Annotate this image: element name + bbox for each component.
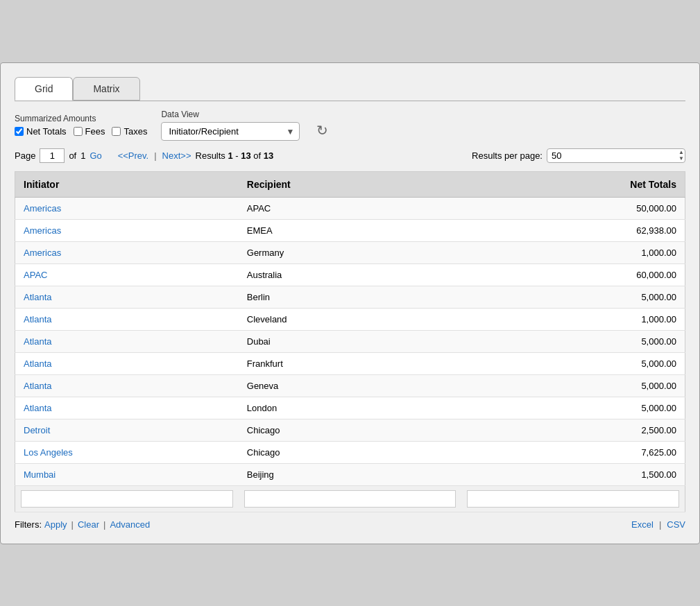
col-header-initiator: Initiator (15, 171, 239, 197)
go-link[interactable]: Go (89, 150, 101, 161)
cell-net-totals: 5,000.00 (461, 286, 685, 308)
tab-grid[interactable]: Grid (15, 77, 73, 101)
initiator-link[interactable]: Los Angeles (24, 447, 73, 458)
csv-link[interactable]: CSV (667, 519, 685, 530)
cell-recipient: Germany (239, 241, 461, 263)
table-row: APACAustralia60,000.00 (15, 263, 685, 286)
taxes-label: Taxes (123, 126, 147, 137)
initiator-link[interactable]: Mumbai (24, 469, 56, 480)
footer-export: Excel | CSV (631, 519, 685, 530)
cell-recipient: EMEA (239, 219, 461, 241)
clear-link[interactable]: Clear (78, 519, 99, 530)
data-view-label: Data View (161, 110, 300, 119)
initiator-link[interactable]: Americas (24, 225, 61, 236)
taxes-checkbox-item[interactable]: Taxes (112, 126, 147, 137)
net-totals-label: Net Totals (26, 126, 67, 137)
cell-initiator: Atlanta (15, 286, 239, 308)
initiator-link[interactable]: APAC (24, 270, 47, 280)
net-totals-checkbox-item[interactable]: Net Totals (15, 126, 67, 137)
initiator-link[interactable]: Atlanta (24, 292, 51, 302)
cell-net-totals: 5,000.00 (461, 330, 685, 352)
cell-initiator: Americas (15, 241, 239, 263)
filter-row (15, 485, 685, 512)
total-pages: 1 (80, 150, 85, 161)
table-row: AtlantaFrankfurt5,000.00 (15, 352, 685, 374)
cell-net-totals: 5,000.00 (461, 397, 685, 419)
advanced-link[interactable]: Advanced (110, 519, 150, 530)
filter-cell-net-totals (461, 485, 685, 512)
table-row: AmericasAPAC50,000.00 (15, 197, 685, 219)
filters-label: Filters: (15, 519, 42, 530)
cell-initiator: Atlanta (15, 330, 239, 352)
initiator-link[interactable]: Atlanta (24, 403, 51, 413)
initiator-link[interactable]: Atlanta (24, 336, 51, 347)
fees-checkbox[interactable] (74, 127, 83, 136)
initiator-link[interactable]: Atlanta (24, 314, 51, 324)
cell-net-totals: 2,500.00 (461, 419, 685, 441)
table-row: AtlantaGeneva5,000.00 (15, 374, 685, 397)
cell-net-totals: 1,500.00 (461, 463, 685, 485)
cell-net-totals: 62,938.00 (461, 219, 685, 241)
summarized-amounts-group: Summarized Amounts Net Totals Fees Taxes (15, 114, 147, 137)
initiator-link[interactable]: Americas (24, 203, 61, 214)
fees-checkbox-item[interactable]: Fees (74, 126, 105, 137)
filter-recipient-input[interactable] (244, 490, 456, 508)
cell-net-totals: 5,000.00 (461, 374, 685, 397)
cell-initiator: Mumbai (15, 463, 239, 485)
cell-recipient: Australia (239, 263, 461, 286)
table-header-row: Initiator Recipient Net Totals (15, 171, 685, 197)
table-body: AmericasAPAC50,000.00AmericasEMEA62,938.… (15, 197, 685, 485)
cell-initiator: Los Angeles (15, 441, 239, 463)
refresh-button[interactable]: ↻ (314, 119, 331, 141)
cell-net-totals: 60,000.00 (461, 263, 685, 286)
of-label: of (69, 150, 76, 161)
prev-link[interactable]: <<Prev. (118, 150, 149, 161)
cell-initiator: Americas (15, 219, 239, 241)
results-per-page-group: Results per page: 50 25 100 ▲ ▼ (472, 148, 685, 163)
data-view-select-wrapper: Initiator/Recipient Initiator Only Recip… (161, 122, 300, 141)
page-input[interactable] (40, 148, 65, 163)
pipe-1: | (71, 519, 74, 530)
apply-link[interactable]: Apply (44, 519, 67, 530)
cell-recipient: APAC (239, 197, 461, 219)
per-page-select-wrapper: 50 25 100 ▲ ▼ (547, 148, 685, 163)
cell-recipient: London (239, 397, 461, 419)
cell-recipient: Chicago (239, 441, 461, 463)
results-text: Results 1 - 13 of 13 (196, 150, 274, 161)
cell-net-totals: 5,000.00 (461, 352, 685, 374)
pipe-3: | (659, 519, 661, 530)
fees-label: Fees (85, 126, 105, 137)
initiator-link[interactable]: Atlanta (24, 358, 51, 369)
initiator-link[interactable]: Detroit (24, 425, 50, 435)
pipe-separator: | (154, 150, 156, 161)
table-row: MumbaiBeijing1,500.00 (15, 463, 685, 485)
table-row: Los AngelesChicago7,625.00 (15, 441, 685, 463)
controls-bar: Summarized Amounts Net Totals Fees Taxes… (15, 110, 685, 141)
excel-link[interactable]: Excel (631, 519, 654, 530)
initiator-link[interactable]: Americas (24, 248, 61, 258)
cell-net-totals: 1,000.00 (461, 308, 685, 330)
next-link[interactable]: Next>> (162, 150, 191, 161)
cell-recipient: Frankfurt (239, 352, 461, 374)
pagination-bar: Page of 1 Go <<Prev. | Next>> Results 1 … (15, 148, 685, 163)
summarized-label: Summarized Amounts (15, 114, 147, 123)
tab-matrix[interactable]: Matrix (73, 77, 139, 101)
cell-recipient: Dubai (239, 330, 461, 352)
data-view-group: Data View Initiator/Recipient Initiator … (161, 110, 300, 141)
initiator-link[interactable]: Atlanta (24, 381, 51, 391)
net-totals-checkbox[interactable] (15, 127, 24, 136)
table-row: AtlantaCleveland1,000.00 (15, 308, 685, 330)
per-page-label: Results per page: (472, 150, 543, 161)
filter-net-totals-input[interactable] (467, 490, 679, 508)
filter-initiator-input[interactable] (21, 490, 233, 508)
per-page-select[interactable]: 50 25 100 (547, 148, 685, 163)
cell-recipient: Cleveland (239, 308, 461, 330)
cell-recipient: Berlin (239, 286, 461, 308)
table-row: AmericasGermany1,000.00 (15, 241, 685, 263)
taxes-checkbox[interactable] (112, 127, 121, 136)
table-row: AtlantaLondon5,000.00 (15, 397, 685, 419)
data-view-select[interactable]: Initiator/Recipient Initiator Only Recip… (161, 122, 300, 141)
cell-initiator: Atlanta (15, 374, 239, 397)
table-row: AtlantaDubai5,000.00 (15, 330, 685, 352)
cell-initiator: Americas (15, 197, 239, 219)
